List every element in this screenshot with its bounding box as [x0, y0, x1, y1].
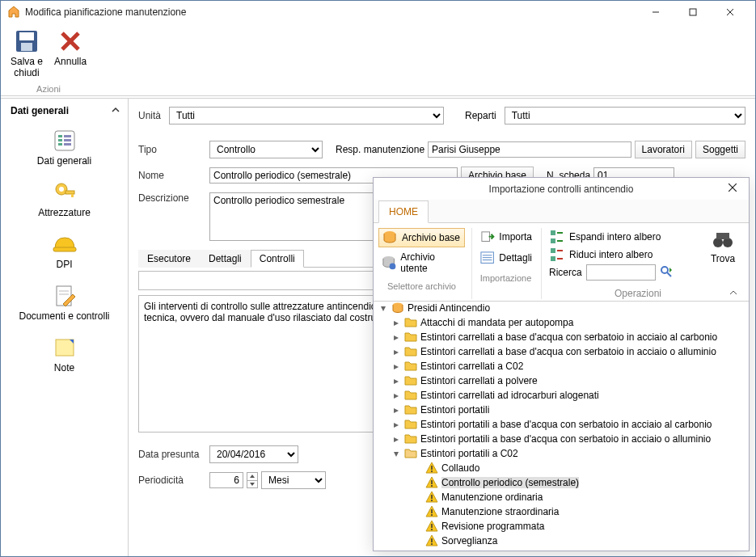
- svg-rect-18: [65, 191, 74, 194]
- folder-icon: [404, 331, 417, 344]
- helmet-icon: [52, 231, 78, 257]
- search-go-icon[interactable]: [660, 265, 673, 281]
- tree-leaf[interactable]: Controllo periodico (semestrale): [377, 475, 745, 490]
- svg-rect-1: [690, 9, 696, 15]
- import-tab-home[interactable]: HOME: [378, 200, 429, 223]
- nav-dpi[interactable]: DPI: [1, 226, 128, 278]
- tree-leaf[interactable]: Manutenzione ordinaria: [377, 490, 745, 504]
- tipo-select[interactable]: Controllo: [209, 141, 323, 158]
- period-step-down[interactable]: [247, 480, 257, 488]
- tree-folder[interactable]: ▸Estintori carrellati a base d'acqua con…: [377, 344, 745, 359]
- svg-rect-35: [551, 230, 555, 235]
- expand-icon: [549, 229, 565, 245]
- svg-rect-11: [64, 135, 71, 137]
- svg-rect-20: [53, 247, 76, 251]
- tree-folder[interactable]: ▸Attacchi di mandata per autopompa: [377, 315, 745, 330]
- details-icon: [479, 250, 495, 266]
- tree-folder[interactable]: ▸Estintori carrellati ad idrocarburi alo…: [377, 388, 745, 403]
- trova-button[interactable]: Trova: [708, 228, 737, 281]
- folder-icon: [404, 549, 417, 551]
- tab-controlli[interactable]: Controlli: [251, 250, 304, 268]
- svg-rect-6: [21, 43, 32, 51]
- lavoratori-button[interactable]: Lavoratori: [635, 141, 692, 158]
- svg-rect-13: [64, 139, 71, 141]
- period-unit-select[interactable]: Mesi: [261, 471, 326, 489]
- tree-root[interactable]: ▾Presidi Antincendio: [377, 301, 745, 315]
- folder-icon: [404, 374, 417, 387]
- chevron-up-icon: [112, 105, 120, 116]
- svg-point-29: [390, 264, 396, 270]
- expand-tree-button[interactable]: Espandi intero albero: [547, 228, 702, 246]
- tree-folder[interactable]: ▸Estintori portatili: [377, 403, 745, 417]
- resp-input[interactable]: [428, 141, 631, 158]
- save-label: Salva e chiudi: [11, 56, 43, 79]
- import-icon: [479, 229, 495, 245]
- database-icon: [382, 230, 398, 246]
- unit-select[interactable]: Tutti: [169, 107, 444, 124]
- tipo-label: Tipo: [138, 144, 209, 155]
- close-button[interactable]: [712, 1, 749, 23]
- svg-point-54: [431, 529, 433, 530]
- tab-esecutore[interactable]: Esecutore: [138, 250, 200, 268]
- app-icon: [7, 6, 20, 19]
- cancel-button[interactable]: Annulla: [51, 27, 90, 81]
- archivio-utente-toggle[interactable]: Archivio utente: [378, 251, 465, 275]
- tree-folder[interactable]: ▾Estintori portatili a C02: [377, 446, 745, 461]
- importa-button[interactable]: Importa: [477, 228, 534, 246]
- folder-icon: [404, 447, 417, 460]
- dept-select[interactable]: Tutti: [505, 107, 745, 124]
- tree-leaf[interactable]: Manutenzione straordinaria: [377, 504, 745, 519]
- soggetti-button[interactable]: Soggetti: [695, 141, 745, 158]
- svg-point-17: [59, 187, 64, 192]
- nav-dati-generali[interactable]: Dati generali: [1, 123, 128, 175]
- tree-folder[interactable]: ▸Estintori portatili a base d'acqua con …: [377, 417, 745, 432]
- save-and-close-button[interactable]: Salva e chiudi: [7, 27, 46, 81]
- period-number[interactable]: [209, 472, 243, 488]
- nav-attrezzature[interactable]: Attrezzature: [1, 175, 128, 226]
- dialog-close-button[interactable]: [728, 183, 741, 195]
- cancel-icon: [57, 28, 83, 54]
- svg-rect-36: [551, 238, 555, 243]
- tab-dettagli[interactable]: Dettagli: [200, 250, 251, 268]
- binoculars-icon: [712, 228, 734, 253]
- svg-point-39: [661, 267, 668, 273]
- warning-icon: [425, 476, 438, 489]
- leftnav-category-label: Dati generali: [11, 105, 69, 116]
- import-tree[interactable]: ▾Presidi Antincendio▸Attacchi di mandata…: [374, 297, 749, 551]
- collapse-tree-button[interactable]: Riduci intero albero: [547, 246, 702, 264]
- data-presunta-input[interactable]: 20/04/2016: [209, 445, 298, 463]
- svg-rect-24: [56, 340, 74, 356]
- svg-point-50: [431, 500, 433, 501]
- tree-leaf[interactable]: Collaudo: [377, 461, 745, 475]
- tree-leaf[interactable]: Sorveglianza: [377, 534, 745, 548]
- maximize-button[interactable]: [674, 1, 712, 23]
- tree-leaf[interactable]: Revisione programmata: [377, 519, 745, 534]
- svg-rect-43: [716, 233, 729, 239]
- tree-folder[interactable]: ▸Estintori carrellati a C02: [377, 359, 745, 373]
- nav-label: Documenti e controlli: [19, 310, 109, 322]
- ricerca-input[interactable]: [586, 264, 656, 281]
- archivio-base-toggle[interactable]: Archivio base: [378, 228, 465, 247]
- dettagli-button[interactable]: Dettagli: [477, 249, 534, 267]
- tree-folder[interactable]: ▸Estintori carrellati a base d'acqua con…: [377, 330, 745, 344]
- minimize-button[interactable]: [637, 1, 674, 23]
- tree-folder[interactable]: ▸Estintori portatili a base d'acqua con …: [377, 432, 745, 446]
- folder-icon: [404, 360, 417, 373]
- warning-icon: [425, 520, 438, 533]
- nav-documenti[interactable]: Documenti e controlli: [1, 278, 128, 330]
- svg-rect-38: [551, 256, 555, 261]
- nav-note[interactable]: Note: [1, 330, 128, 382]
- tree-folder[interactable]: ▸Estintori portatili a polvere: [377, 548, 745, 551]
- data-label: Data presunta: [138, 449, 209, 460]
- unit-label: Unità: [138, 110, 169, 121]
- nav-label: Dati generali: [37, 155, 91, 167]
- descr-label: Descrizione: [138, 192, 209, 204]
- folder-icon: [404, 418, 417, 431]
- period-step-up[interactable]: [247, 473, 257, 480]
- save-icon: [14, 28, 40, 54]
- leftnav-category-header[interactable]: Dati generali: [1, 99, 128, 123]
- cancel-label: Annulla: [54, 56, 87, 67]
- tree-folder[interactable]: ▸Estintori carrellati a polvere: [377, 373, 745, 388]
- ribbon-group-label: Azioni: [36, 84, 61, 94]
- svg-point-46: [431, 470, 433, 472]
